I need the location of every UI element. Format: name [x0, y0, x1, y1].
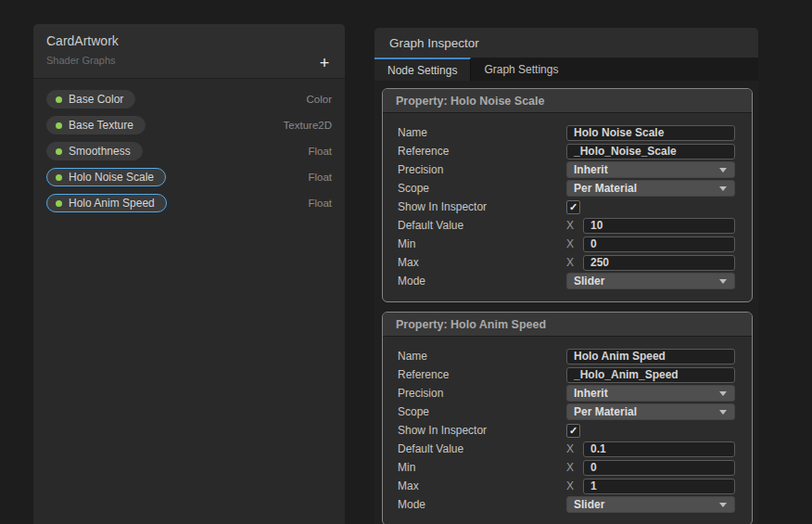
property-dot-icon	[56, 122, 62, 129]
name-input[interactable]: Holo Anim Speed	[566, 349, 735, 364]
precision-dropdown[interactable]: Inherit	[566, 161, 735, 178]
property-dot-icon	[56, 200, 62, 207]
property-row: Smoothness Float	[33, 138, 345, 164]
dropdown-arrow-icon	[719, 410, 727, 415]
tab-label: Node Settings	[387, 64, 457, 77]
property-type-label: Float	[308, 198, 332, 209]
axis-x-label: X	[566, 461, 583, 474]
max-input[interactable]: 250	[583, 255, 735, 271]
default-value-input[interactable]: 10	[583, 218, 735, 234]
blackboard-panel: CardArtwork Shader Graphs + Base Color C…	[33, 24, 345, 524]
field-label: Reference	[398, 368, 566, 381]
add-property-button[interactable]: +	[315, 54, 334, 72]
field-row-name: Name Holo Noise Scale	[398, 123, 735, 142]
min-input[interactable]: 0	[583, 236, 735, 252]
property-pill-label: Base Texture	[69, 119, 133, 132]
graph-inspector-panel: Graph Inspector Node Settings Graph Sett…	[374, 28, 758, 524]
reference-input[interactable]: _Holo_Noise_Scale	[566, 144, 735, 160]
field-row-max: Max X 1	[398, 477, 735, 495]
field-row-mode: Mode Slider	[398, 272, 735, 290]
name-input[interactable]: Holo Noise Scale	[566, 125, 735, 141]
dropdown-value: Inherit	[574, 387, 608, 400]
dropdown-arrow-icon	[719, 186, 727, 191]
dropdown-value: Per Material	[574, 182, 637, 195]
field-row-min: Min X 0	[398, 235, 735, 253]
property-row: Base Texture Texture2D	[33, 112, 345, 138]
inspector-tabs: Node Settings Graph Settings	[374, 58, 758, 81]
max-input[interactable]: 1	[583, 479, 735, 494]
field-row-reference: Reference _Holo_Anim_Speed	[398, 365, 735, 384]
field-label: Scope	[398, 182, 566, 195]
property-pill-holo-noise-scale[interactable]: Holo Noise Scale	[46, 168, 166, 186]
field-label: Max	[398, 479, 566, 492]
property-list: Base Color Color Base Texture Texture2D …	[33, 79, 345, 216]
field-label: Mode	[398, 498, 566, 511]
axis-x-label: X	[566, 442, 583, 455]
field-row-reference: Reference _Holo_Noise_Scale	[398, 142, 735, 160]
field-row-default-value: Default Value X 0.1	[398, 440, 735, 458]
property-dot-icon	[56, 174, 62, 181]
property-panel-body: Name Holo Anim Speed Reference _Holo_Ani…	[383, 337, 752, 524]
property-pill-label: Holo Anim Speed	[69, 197, 155, 210]
mode-dropdown[interactable]: Slider	[566, 496, 735, 513]
tab-node-settings[interactable]: Node Settings	[374, 58, 471, 81]
tab-graph-settings[interactable]: Graph Settings	[471, 58, 571, 81]
field-label: Scope	[398, 405, 566, 418]
field-row-scope: Scope Per Material	[398, 403, 735, 421]
min-input[interactable]: 0	[583, 460, 735, 476]
graph-inspector-title: Graph Inspector	[389, 36, 479, 50]
default-value-input[interactable]: 0.1	[583, 441, 735, 457]
axis-x-label: X	[566, 237, 583, 250]
field-label: Show In Inspector	[398, 424, 566, 437]
property-pill-label: Holo Noise Scale	[69, 171, 154, 184]
field-row-show-in-inspector: Show In Inspector ✓	[398, 198, 735, 216]
property-pill-base-color[interactable]: Base Color	[46, 90, 135, 109]
show-in-inspector-checkbox[interactable]: ✓	[566, 200, 580, 214]
property-type-label: Texture2D	[284, 120, 332, 131]
scope-dropdown[interactable]: Per Material	[566, 403, 735, 420]
property-pill-label: Smoothness	[69, 145, 131, 158]
graph-title: CardArtwork	[46, 33, 332, 48]
field-label: Name	[398, 350, 566, 363]
property-row: Holo Anim Speed Float	[33, 190, 345, 216]
dropdown-value: Per Material	[574, 405, 637, 418]
property-row: Holo Noise Scale Float	[33, 164, 345, 190]
property-panel-holo-anim-speed: Property: Holo Anim Speed Name Holo Anim…	[382, 312, 753, 524]
field-label: Mode	[398, 275, 566, 288]
reference-input[interactable]: _Holo_Anim_Speed	[566, 367, 735, 383]
inspector-body: Property: Holo Noise Scale Name Holo Noi…	[374, 81, 758, 524]
precision-dropdown[interactable]: Inherit	[566, 385, 735, 402]
field-label: Show In Inspector	[398, 200, 566, 213]
property-panel-header: Property: Holo Anim Speed	[383, 313, 752, 337]
property-type-label: Color	[307, 94, 332, 105]
field-row-min: Min X 0	[398, 458, 735, 477]
property-pill-label: Base Color	[69, 93, 123, 106]
blackboard-header: CardArtwork Shader Graphs +	[33, 24, 345, 79]
property-panel-body: Name Holo Noise Scale Reference _Holo_No…	[383, 113, 752, 301]
property-panel-header: Property: Holo Noise Scale	[383, 89, 752, 113]
mode-dropdown[interactable]: Slider	[566, 273, 735, 289]
field-label: Precision	[398, 163, 566, 176]
dropdown-value: Inherit	[574, 163, 608, 176]
dropdown-arrow-icon	[719, 279, 727, 284]
field-label: Reference	[398, 145, 566, 158]
field-row-default-value: Default Value X 10	[398, 216, 735, 235]
property-type-label: Float	[308, 146, 332, 157]
show-in-inspector-checkbox[interactable]: ✓	[566, 424, 580, 438]
field-label: Precision	[398, 387, 566, 400]
field-row-precision: Precision Inherit	[398, 160, 735, 179]
property-pill-base-texture[interactable]: Base Texture	[46, 116, 146, 134]
property-pill-smoothness[interactable]: Smoothness	[46, 142, 143, 160]
field-label: Name	[398, 126, 566, 139]
axis-x-label: X	[566, 219, 583, 232]
graph-inspector-header: Graph Inspector	[374, 28, 758, 58]
field-row-precision: Precision Inherit	[398, 384, 735, 403]
dropdown-arrow-icon	[719, 391, 727, 396]
property-pill-holo-anim-speed[interactable]: Holo Anim Speed	[46, 194, 167, 212]
property-dot-icon	[56, 96, 62, 103]
property-type-label: Float	[308, 172, 332, 183]
field-row-name: Name Holo Anim Speed	[398, 347, 735, 365]
scope-dropdown[interactable]: Per Material	[566, 180, 735, 197]
field-row-show-in-inspector: Show In Inspector ✓	[398, 421, 735, 440]
field-label: Default Value	[398, 442, 566, 455]
